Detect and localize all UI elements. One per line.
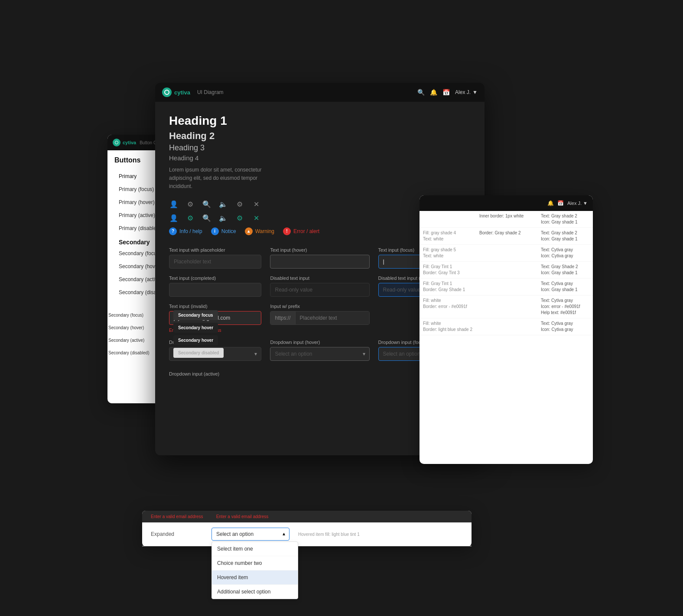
close-icon-2[interactable]: ✕	[251, 214, 261, 223]
border-col	[476, 262, 537, 279]
form-group-placeholder: Text input with placeholder	[169, 247, 261, 269]
option-2[interactable]: Choice number two	[212, 556, 298, 571]
label-dropdown-hover: Dropdown input (hover)	[270, 340, 369, 345]
table-row: Inner border: 1px white Text: Gray shade…	[420, 211, 593, 228]
topbar-logo-text: cytiva	[174, 89, 190, 96]
topbar-title: UI Diagram	[197, 89, 224, 95]
topbar-logo: cytiva	[162, 88, 190, 97]
settings-icon-2[interactable]: ⚙	[235, 214, 244, 223]
label-placeholder: Text input with placeholder	[169, 247, 261, 253]
dropdown-expanded-row: Expanded Select an option ▼ Select item …	[142, 522, 472, 546]
search-icon-2[interactable]: 🔍	[202, 214, 211, 223]
text-col: Text: Gray Shade 2Icon: Gray shade 1	[537, 262, 593, 279]
volume-icon-2[interactable]: 🔈	[218, 214, 228, 223]
form-group-prefix: Input w/ prefix https://	[270, 304, 369, 333]
right-panel: 🔔 📅 Alex J. ▼ Inner border: 1px white Te…	[420, 195, 593, 464]
close-icon-1[interactable]: ✕	[251, 200, 261, 209]
left-logo: cytiva	[113, 139, 136, 146]
input-with-prefix: https://	[270, 311, 369, 325]
table-row: Fill: whiteBorder: error - #e0091f Text:…	[420, 295, 593, 318]
form-group-hover: Text input (hover)	[270, 247, 369, 269]
input-placeholder[interactable]	[169, 255, 261, 269]
border-col	[476, 295, 537, 318]
warning-label: Warning	[255, 228, 274, 234]
label-completed: Text input (completed)	[169, 276, 261, 281]
option-4[interactable]: Additional select option	[212, 585, 298, 599]
heading-2: Heading 2	[169, 130, 471, 142]
secondary-focus-button[interactable]: Secondary focus	[173, 310, 218, 320]
person-icon-2[interactable]: 👤	[169, 214, 179, 223]
body-text: Lorem ipsum dolor sit amet, consectetur …	[169, 166, 282, 191]
form-group-dropdown-hover: Dropdown input (hover) Select an option	[270, 340, 369, 361]
right-topbar-icons: 🔔 📅 Alex J. ▼	[547, 200, 588, 206]
table-row: Fill: whiteBorder: light blue shade 2 Te…	[420, 318, 593, 335]
search-icon-1[interactable]: 🔍	[202, 200, 211, 209]
fill-col: Fill: whiteBorder: light blue shade 2	[420, 318, 476, 335]
error-dot: !	[283, 227, 291, 235]
sec-hover-label-1: Secondary (hover)	[108, 325, 169, 330]
search-icon[interactable]: 🔍	[417, 89, 425, 96]
dropdown-options-list: Select item one Choice number two Hovere…	[211, 541, 298, 599]
sec-active-label: Secondary (active)	[108, 338, 169, 343]
calendar-icon[interactable]: 📅	[442, 89, 450, 96]
dropdown-hover-wrapper: Select an option	[270, 347, 369, 361]
secondary-hover-button-1[interactable]: Secondary hover	[173, 323, 218, 333]
fill-col: Fill: gray shade 4Text: white	[420, 228, 476, 245]
gear-icon-2[interactable]: ⚙	[185, 214, 195, 223]
left-logo-text: cytiva	[123, 140, 136, 145]
cytiva-logo-icon	[113, 139, 120, 146]
expanded-label: Expanded	[151, 531, 203, 537]
text-col: Text: Gray shade 2Icon: Gray shade 1	[537, 211, 593, 228]
heading-4: Heading 4	[169, 154, 471, 162]
text-col: Text: Cytiva grayIcon: Gray shade 1	[537, 279, 593, 295]
input-disabled	[270, 283, 369, 297]
rp-calendar-icon[interactable]: 📅	[557, 200, 564, 206]
dropdown-hover-input[interactable]: Select an option	[270, 347, 369, 361]
error-text-2: Enter a valid email address	[216, 514, 269, 519]
person-icon-1[interactable]: 👤	[169, 200, 179, 209]
input-hover[interactable]	[270, 255, 369, 269]
expanded-select-container[interactable]: Select an option ▼ Select item one Choic…	[211, 528, 289, 541]
error-text-1: Enter a valid email address	[151, 514, 203, 519]
border-col: Border: Gray shade 2	[476, 228, 537, 245]
option-1[interactable]: Select item one	[212, 542, 298, 556]
info-dot: ?	[169, 227, 177, 235]
table-row: Fill: Gray Tint 1Border: Gray Tint 3 Tex…	[420, 262, 593, 279]
dropdown-expanded-panel: Enter a valid email address Enter a vali…	[142, 511, 472, 546]
prefix-label: https://	[270, 311, 295, 324]
settings-icon-1[interactable]: ⚙	[235, 200, 244, 209]
notice-label: Notice	[221, 228, 236, 234]
volume-icon-1[interactable]: 🔈	[218, 200, 228, 209]
prefix-input[interactable]	[296, 311, 369, 324]
text-col: Text: Cytiva grayIcon: error - #e0091fHe…	[537, 295, 593, 318]
secondary-active-button[interactable]: Secondary hover	[173, 335, 218, 345]
badge-notice: i Notice	[211, 227, 236, 235]
user-avatar[interactable]: Alex J. ▼	[455, 89, 478, 95]
fill-col: Fill: gray shade 5Text: white	[420, 245, 476, 262]
badge-warning: ▲ Warning	[245, 227, 274, 235]
table-row: Fill: gray shade 5Text: white Text: Cyti…	[420, 245, 593, 262]
topbar-logo-icon	[162, 88, 172, 97]
info-label: Info / help	[179, 228, 202, 234]
option-3-hovered[interactable]: Hovered item	[212, 571, 298, 585]
topbar-icons: 🔍 🔔 📅 Alex J. ▼	[417, 89, 478, 96]
expanded-select[interactable]: Select an option	[211, 528, 289, 541]
border-col	[476, 279, 537, 295]
text-col: Text: Gray shade 2Icon: Gray shade 1	[537, 228, 593, 245]
bell-icon[interactable]: 🔔	[430, 89, 437, 96]
notice-dot: i	[211, 227, 219, 235]
secondary-buttons-overlay: Secondary (focus) Secondary focus Second…	[108, 310, 224, 358]
rp-bell-icon[interactable]: 🔔	[547, 200, 554, 206]
warning-dot: ▲	[245, 227, 253, 235]
main-topbar: cytiva UI Diagram 🔍 🔔 📅 Alex J. ▼	[155, 83, 485, 102]
badge-error: ! Error / alert	[283, 227, 319, 235]
right-panel-topbar: 🔔 📅 Alex J. ▼	[420, 195, 593, 211]
table-row: Fill: gray shade 4Text: white Border: Gr…	[420, 228, 593, 245]
input-completed[interactable]	[169, 283, 261, 297]
error-label: Error / alert	[293, 228, 319, 234]
rp-user-avatar[interactable]: Alex J. ▼	[567, 201, 588, 206]
label-hover: Text input (hover)	[270, 247, 369, 253]
border-col: Inner border: 1px white	[476, 211, 537, 228]
fill-col: Fill: whiteBorder: error - #e0091f	[420, 295, 476, 318]
gear-icon-1[interactable]: ⚙	[185, 200, 195, 209]
